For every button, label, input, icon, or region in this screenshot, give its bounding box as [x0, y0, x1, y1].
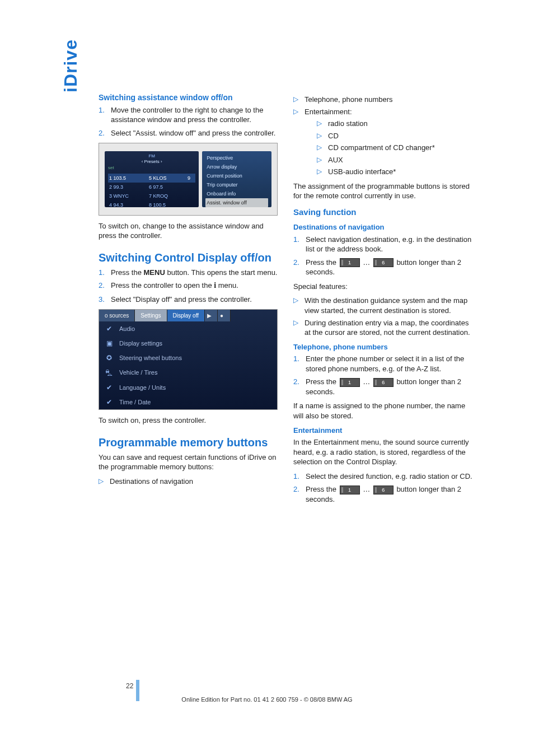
presets-label: Presets: [144, 159, 160, 164]
list-item: CD: [317, 131, 472, 141]
tab-dot: ●: [218, 310, 231, 322]
list-item: During destination entry via a map, the …: [293, 318, 472, 338]
button-1-icon: 1: [340, 378, 360, 387]
list-item: AUX: [317, 155, 472, 165]
button-6-icon: 6: [373, 258, 394, 267]
step-text: Move the controller to the right to chan…: [111, 106, 263, 124]
heading-switch-display: Switching Control Display off/on: [99, 251, 278, 264]
prog-buttons-list-cont: Telephone, phone numbers Entertainment: …: [293, 95, 472, 177]
list-item: With the destination guidance system and…: [293, 296, 472, 315]
tab-settings: Settings: [135, 310, 167, 322]
idrive-settings-screenshot: o sources Settings Display off ▶ ● ✔Audi…: [99, 309, 278, 410]
tab-sources: o sources: [99, 310, 135, 322]
entertainment-sublist: radio station CD CD compartment of CD ch…: [317, 119, 472, 177]
assignment-note: The assignment of the programmable butto…: [293, 181, 472, 201]
language-icon: ✔: [105, 383, 114, 392]
special-features-list: With the destination guidance system and…: [293, 296, 472, 337]
display-note: To switch on, press the controller.: [99, 416, 278, 426]
radio-band: FM: [148, 153, 155, 158]
button-6-icon: 6: [373, 486, 394, 494]
display-settings-icon: ▣: [105, 339, 114, 348]
tel-note: If a name is assigned to the phone numbe…: [293, 401, 472, 421]
page-number: 22: [126, 682, 133, 690]
footer-text: Online Edition for Part no. 01 41 2 600 …: [0, 696, 534, 703]
list-item: Destinations of navigation: [99, 477, 278, 487]
step-text: Press the 1 … 6 button longer than 2 sec…: [306, 258, 461, 277]
list-item: Entertainment: radio station CD CD compa…: [293, 107, 472, 177]
list-item: CD compartment of CD changer*: [317, 143, 472, 153]
steering-icon: ✪: [105, 353, 114, 362]
step-text: Enter the phone number or select it in a…: [306, 354, 464, 373]
heading-entertainment: Entertainment: [293, 426, 472, 436]
list-item: USB-audio interface*: [317, 167, 472, 177]
assist-steps: 1.Move the controller to the right to ch…: [99, 105, 278, 138]
audio-icon: ✔: [105, 324, 114, 333]
heading-prog-buttons: Programmable memory buttons: [99, 436, 278, 449]
display-steps: 1. Press the MENU button. This opens the…: [99, 268, 278, 305]
step-text: Press the 1 … 6 button longer than 2 sec…: [306, 377, 461, 396]
special-features-label: Special features:: [293, 282, 472, 292]
dest-steps: 1.Select navigation destination, e.g. in…: [293, 235, 472, 277]
button-1-icon: 1: [340, 258, 360, 267]
menu-button-label: MENU: [144, 268, 165, 277]
step-text: Press the controller to open the i menu.: [111, 281, 238, 290]
step-text: Select "Assist. window off" and press th…: [111, 129, 275, 137]
step-text: Press the 1 … 6 button longer than 2 sec…: [306, 485, 461, 503]
step-text: Select "Display off" and press the contr…: [111, 295, 252, 304]
button-6-icon: 6: [373, 378, 394, 387]
ent-intro: In the Entertainment menu, the sound sou…: [293, 437, 472, 467]
left-column: Switching assistance window off/on 1.Mov…: [99, 92, 278, 508]
heading-switch-assist: Switching assistance window off/on: [99, 92, 278, 103]
list-item: radio station: [317, 119, 472, 129]
step-text: Select navigation destination, e.g. in t…: [306, 235, 471, 254]
tel-steps: 1.Enter the phone number or select it in…: [293, 354, 472, 396]
heading-destinations: Destinations of navigation: [293, 222, 472, 232]
right-column: Telephone, phone numbers Entertainment: …: [293, 92, 472, 508]
heading-telephone: Telephone, phone numbers: [293, 342, 472, 352]
tab-arrow: ▶: [205, 310, 218, 322]
heading-saving: Saving function: [293, 207, 472, 218]
prog-buttons-list: Destinations of navigation: [99, 477, 278, 487]
idrive-assist-screenshot: FM ‹ Presets › set 1 103.55 KLOS9 2 99.3…: [99, 143, 278, 216]
tab-display-off: Display off: [167, 310, 205, 322]
vehicle-icon: ⛍: [105, 368, 114, 377]
ent-steps: 1.Select the desired function, e.g. radi…: [293, 472, 472, 505]
step-text: Select the desired function, e.g. radio …: [306, 472, 472, 480]
prog-buttons-intro: You can save and request certain functio…: [99, 452, 278, 472]
step-text: Press the MENU button. This opens the st…: [111, 268, 277, 277]
assist-note: To switch on, change to the assistance w…: [99, 221, 278, 241]
section-tab: iDrive: [60, 39, 81, 92]
time-icon: ✔: [105, 398, 114, 407]
button-1-icon: 1: [340, 486, 360, 494]
list-item: Telephone, phone numbers: [293, 95, 472, 105]
